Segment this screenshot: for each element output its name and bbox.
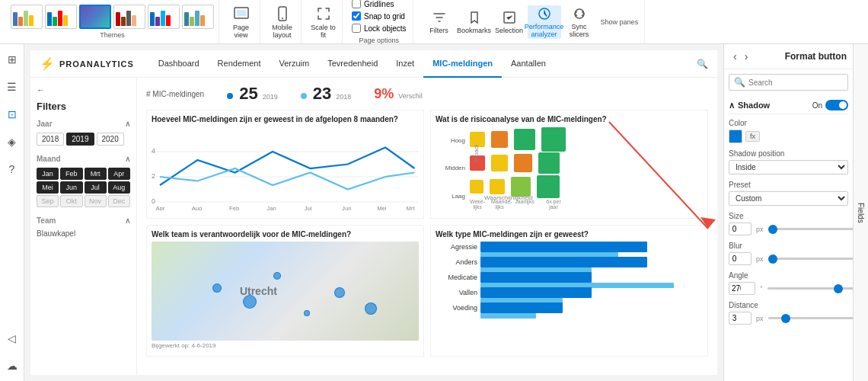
month-aug[interactable]: Aug bbox=[108, 181, 130, 194]
metric-2019-dot bbox=[227, 93, 233, 99]
right-side: ‹ › Format button 🔍 ∧ Shadow bbox=[723, 44, 868, 381]
snap-checkbox[interactable]: Snap to grid bbox=[352, 11, 407, 21]
selection-btn[interactable]: Selection bbox=[493, 5, 526, 39]
themes-group: Themes bbox=[6, 0, 219, 43]
team-value: Blauwkapel bbox=[37, 229, 130, 238]
performance-btn[interactable]: Performance analyzer bbox=[528, 5, 561, 39]
tab-rendement[interactable]: Rendement bbox=[209, 50, 270, 78]
home-icon[interactable]: ⊞ bbox=[3, 50, 21, 69]
theme-swatch-4[interactable] bbox=[113, 5, 145, 29]
color-swatch[interactable] bbox=[729, 130, 742, 143]
theme-swatch-2[interactable] bbox=[45, 5, 77, 29]
report-icon[interactable]: ☰ bbox=[3, 78, 21, 96]
tab-tevredenheid[interactable]: Tevredenheid bbox=[318, 50, 387, 78]
cell-midden-jaarlijks bbox=[514, 154, 532, 172]
jaar-filter-header[interactable]: Jaar ∧ bbox=[37, 120, 130, 128]
tab-mic-meldingen[interactable]: MIC-meldingen bbox=[423, 50, 502, 78]
fx-button[interactable]: fx bbox=[745, 131, 760, 142]
filter-back-btn[interactable]: ← bbox=[37, 85, 130, 94]
distance-slider[interactable] bbox=[768, 317, 853, 319]
report-search-icon[interactable]: 🔍 bbox=[697, 59, 708, 69]
page-view-btn[interactable]: Page view bbox=[222, 0, 260, 43]
back-icon[interactable]: ◁ bbox=[3, 329, 21, 347]
panel-next-btn[interactable]: › bbox=[742, 49, 752, 64]
shadow-section-header[interactable]: ∧ Shadow On bbox=[729, 97, 848, 114]
tab-inzet[interactable]: Inzet bbox=[387, 50, 423, 78]
map-dot-1 bbox=[212, 283, 222, 293]
model-icon[interactable]: ◈ bbox=[3, 133, 21, 151]
month-feb[interactable]: Feb bbox=[60, 168, 82, 180]
size-slider[interactable] bbox=[768, 228, 853, 230]
main-area: ⊞ ☰ ⊡ ◈ ? ◁ ☁ ⚡ PROANALYTICS Dashboard R… bbox=[0, 44, 868, 381]
svg-rect-1 bbox=[237, 10, 246, 16]
search-input[interactable] bbox=[748, 78, 843, 87]
month-nov: Nov bbox=[85, 195, 107, 207]
month-jan[interactable]: Jan bbox=[37, 168, 59, 180]
color-control: fx bbox=[729, 130, 848, 143]
theme-swatch-3[interactable] bbox=[79, 5, 111, 29]
chart-line: Hoeveel MIC-meldingen zijn er geweest in… bbox=[146, 110, 424, 219]
scale-to-fit-btn[interactable]: Scale to fit bbox=[305, 0, 343, 43]
chart-map: Welk team is verantwoordelijk voor de MI… bbox=[146, 225, 424, 357]
map-footer: Bijgewerkt op: 4-6-2019 bbox=[152, 342, 419, 349]
month-mrt[interactable]: Mrt bbox=[85, 168, 107, 180]
angle-slider[interactable] bbox=[767, 287, 853, 290]
year-2020-btn[interactable]: 2020 bbox=[97, 133, 124, 146]
lock-checkbox[interactable]: Lock objects bbox=[352, 24, 407, 33]
size-input[interactable] bbox=[729, 223, 752, 235]
preset-select[interactable]: Custom None bbox=[729, 191, 848, 206]
maand-filter-header[interactable]: Maand ∧ bbox=[37, 155, 130, 163]
filters-btn[interactable]: Filters bbox=[423, 5, 456, 39]
mobile-layout-btn[interactable]: Mobile layout bbox=[263, 0, 302, 43]
month-mei[interactable]: Mei bbox=[37, 181, 59, 194]
left-icon-bar: ⊞ ☰ ⊡ ◈ ? ◁ ☁ bbox=[0, 44, 24, 381]
month-dec: Dec bbox=[108, 195, 130, 207]
distance-input[interactable] bbox=[729, 312, 752, 325]
chat-icon[interactable]: ☁ bbox=[3, 357, 21, 375]
month-apr[interactable]: Apr bbox=[108, 168, 130, 180]
mic-label: # MIC-meldingen bbox=[146, 90, 204, 98]
angle-input[interactable] bbox=[729, 282, 755, 295]
heat-chart-area: Hoog Midden Laag bbox=[436, 126, 703, 210]
help-icon[interactable]: ? bbox=[3, 160, 21, 178]
theme-swatch-6[interactable] bbox=[182, 5, 214, 29]
sync-slicers-btn[interactable]: Sync slicers bbox=[563, 5, 596, 39]
shadow-toggle[interactable] bbox=[825, 100, 848, 110]
year-2019-btn[interactable]: 2019 bbox=[66, 133, 94, 146]
year-2018-btn[interactable]: 2018 bbox=[37, 133, 64, 146]
bookmarks-btn[interactable]: Bookmarks bbox=[458, 5, 491, 39]
shadow-position-row: Shadow position Inside Outside bbox=[729, 149, 848, 174]
gridlines-checkbox[interactable]: Gridlines bbox=[352, 0, 407, 8]
panel-nav-buttons: ‹ › bbox=[730, 49, 751, 64]
color-row: Color fx bbox=[729, 119, 848, 143]
data-icon[interactable]: ⊡ bbox=[3, 105, 21, 123]
team-filter-header[interactable]: Team ∧ bbox=[37, 216, 130, 225]
bar-row-voeding: Voeding 3 2 bbox=[436, 303, 703, 313]
svg-text:Aug: Aug bbox=[192, 205, 203, 210]
month-jun[interactable]: Jun bbox=[60, 181, 82, 194]
tab-verzuim[interactable]: Verzuim bbox=[270, 50, 318, 78]
svg-text:Mrt: Mrt bbox=[407, 205, 416, 210]
month-sep: Sep bbox=[37, 195, 59, 207]
search-box[interactable]: 🔍 bbox=[729, 74, 848, 91]
panel-prev-btn[interactable]: ‹ bbox=[730, 49, 740, 64]
logo-icon: ⚡ bbox=[40, 56, 55, 71]
size-label: Size bbox=[729, 212, 848, 220]
themes-label: Themes bbox=[100, 31, 125, 39]
fields-tab[interactable]: Fields bbox=[853, 44, 868, 381]
svg-text:2: 2 bbox=[152, 172, 155, 180]
theme-swatch-5[interactable] bbox=[148, 5, 180, 29]
chevron-down-icon: ∧ bbox=[729, 101, 735, 110]
blur-input[interactable] bbox=[729, 252, 752, 265]
line-chart-area: 4 2 0 Apr Aug Feb Jan Jul Jun Mei bbox=[152, 126, 419, 210]
bar-anders-2019 bbox=[480, 257, 647, 267]
tab-dashboard[interactable]: Dashboard bbox=[149, 50, 209, 78]
tab-aantallen[interactable]: Aantallen bbox=[502, 50, 555, 78]
shadow-position-select[interactable]: Inside Outside bbox=[729, 160, 848, 174]
theme-swatch-1[interactable] bbox=[11, 5, 43, 29]
page-options-group: Gridlines Snap to grid Lock objects Page… bbox=[346, 0, 413, 43]
blur-slider[interactable] bbox=[768, 258, 853, 260]
month-jul[interactable]: Jul bbox=[85, 181, 107, 194]
jaar-filter-section: Jaar ∧ 2018 2019 2020 bbox=[37, 120, 130, 146]
logo-text: PROANALYTICS bbox=[59, 59, 134, 69]
